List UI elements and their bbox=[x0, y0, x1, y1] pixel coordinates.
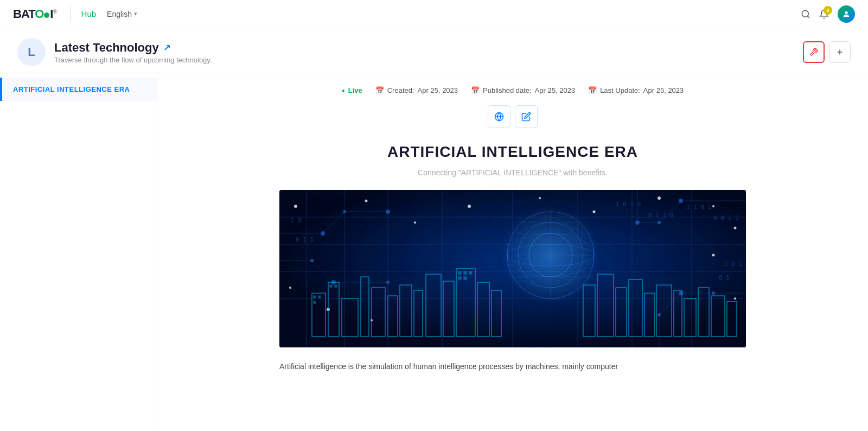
page-header: L Latest Technology ↗ Traverse through t… bbox=[0, 28, 868, 73]
user-avatar-icon bbox=[842, 10, 851, 18]
live-status: Live bbox=[348, 86, 362, 94]
last-update-label: Last Update: bbox=[600, 86, 640, 94]
svg-point-0 bbox=[802, 10, 808, 17]
created-date: Apr 25, 2023 bbox=[418, 86, 458, 94]
search-button[interactable] bbox=[801, 9, 810, 19]
navbar: BATOI® Hub English ▾ 0 bbox=[0, 0, 868, 28]
search-icon bbox=[801, 9, 810, 19]
svg-point-2 bbox=[845, 11, 847, 14]
settings-button[interactable] bbox=[803, 41, 825, 63]
published-label: Published date: bbox=[483, 86, 532, 94]
page-header-right bbox=[803, 41, 851, 63]
article-body: Artificial intelligence is the simulatio… bbox=[279, 360, 746, 373]
logo[interactable]: BATOI® bbox=[13, 7, 57, 21]
created-item: 📅 Created: Apr 25, 2023 bbox=[375, 86, 458, 94]
navbar-actions: 0 bbox=[801, 5, 855, 23]
edit-icon bbox=[521, 112, 531, 122]
logo-registered: ® bbox=[53, 8, 56, 14]
sidebar-item-ai-era[interactable]: ARTIFICIAL INTELLIGENCE ERA bbox=[0, 78, 157, 101]
published-date: Apr 25, 2023 bbox=[535, 86, 575, 94]
globe-icon bbox=[494, 112, 504, 122]
calendar-icon-published: 📅 bbox=[471, 86, 480, 94]
user-avatar[interactable] bbox=[838, 5, 855, 23]
chevron-down-icon: ▾ bbox=[134, 10, 137, 17]
content-area: ● Live 📅 Created: Apr 25, 2023 📅 Publish… bbox=[157, 73, 868, 428]
status-item: ● Live bbox=[342, 86, 362, 94]
logo-circle-icon bbox=[44, 12, 49, 18]
hub-subtitle: Traverse through the flow of upcoming te… bbox=[54, 56, 212, 64]
wrench-icon bbox=[809, 48, 818, 56]
hub-avatar: L bbox=[17, 38, 46, 66]
external-link-icon[interactable]: ↗ bbox=[163, 42, 170, 53]
notification-button[interactable]: 0 bbox=[819, 9, 829, 19]
edit-button[interactable] bbox=[515, 105, 538, 128]
hub-link[interactable]: Hub bbox=[81, 9, 97, 18]
plus-icon bbox=[835, 48, 844, 56]
page-header-left: L Latest Technology ↗ Traverse through t… bbox=[17, 38, 212, 66]
calendar-icon-created: 📅 bbox=[375, 86, 384, 94]
notification-badge: 0 bbox=[824, 6, 832, 15]
calendar-icon-update: 📅 bbox=[588, 86, 597, 94]
hub-info: Latest Technology ↗ Traverse through the… bbox=[54, 41, 212, 64]
published-item: 📅 Published date: Apr 25, 2023 bbox=[471, 86, 575, 94]
logo-oi-text: O bbox=[35, 7, 43, 21]
article-subtitle: Connecting "ARTIFICIAL INTELLIGENCE" wit… bbox=[183, 168, 842, 177]
main-layout: ARTIFICIAL INTELLIGENCE ERA ● Live 📅 Cre… bbox=[0, 73, 868, 428]
nav-divider bbox=[70, 7, 71, 22]
language-selector[interactable]: English ▾ bbox=[107, 10, 137, 18]
hub-title: Latest Technology ↗ bbox=[54, 41, 212, 55]
logo-bat-text: BAT bbox=[13, 7, 35, 21]
live-dot-icon: ● bbox=[342, 87, 345, 93]
created-label: Created: bbox=[387, 86, 414, 94]
svg-rect-100 bbox=[279, 190, 746, 347]
svg-line-1 bbox=[807, 16, 809, 17]
sidebar: ARTIFICIAL INTELLIGENCE ERA bbox=[0, 73, 157, 428]
language-label: English bbox=[107, 10, 132, 18]
article-meta: ● Live 📅 Created: Apr 25, 2023 📅 Publish… bbox=[183, 86, 842, 94]
last-update-date: Apr 25, 2023 bbox=[643, 86, 684, 94]
article-action-buttons bbox=[183, 105, 842, 128]
article-hero-image: 1 0 1 0 0 1 1 0 1 1 0 1 0 0 1 1 1 0 0 1 … bbox=[279, 190, 746, 347]
last-update-item: 📅 Last Update: Apr 25, 2023 bbox=[588, 86, 684, 94]
globe-button[interactable] bbox=[488, 105, 510, 128]
add-button[interactable] bbox=[829, 41, 851, 63]
article-title: ARTIFICIAL INTELLIGENCE ERA bbox=[183, 143, 842, 161]
